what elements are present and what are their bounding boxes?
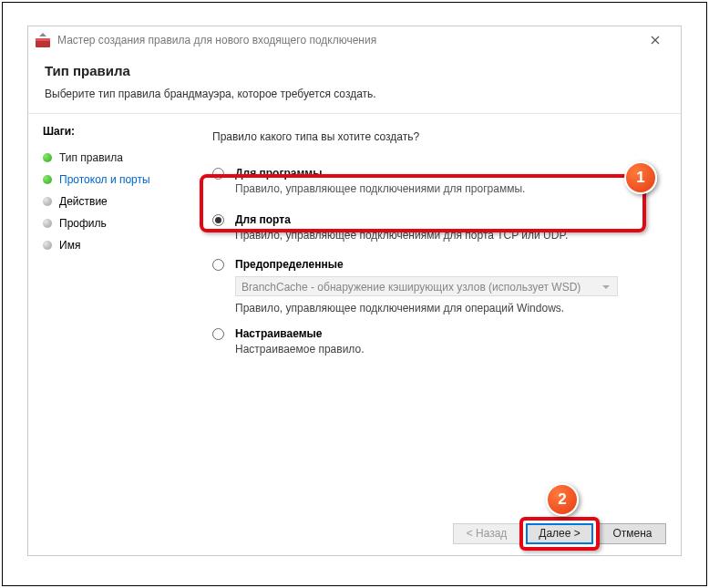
option-label: Для программы [235,167,661,180]
bullet-icon [43,197,52,206]
radio-predefined[interactable] [212,259,224,271]
firewall-icon [36,33,50,47]
option-label: Настраиваемые [235,327,661,340]
option-desc: Правило, управляющее подключениями для п… [235,182,661,195]
cancel-button[interactable]: Отмена [599,523,666,544]
window-title: Мастер создания правила для нового входя… [57,34,637,46]
bullet-icon [43,153,52,162]
step-label: Профиль [59,217,107,230]
back-button: < Назад [453,523,520,544]
option-port[interactable]: Для порта Правило, управляющее подключен… [212,204,661,254]
titlebar: Мастер создания правила для нового входя… [28,26,681,54]
step-protocol-ports[interactable]: Протокол и порты [43,169,178,191]
step-rule-type[interactable]: Тип правила [43,147,178,169]
step-label: Действие [59,195,108,208]
steps-heading: Шаги: [43,125,178,138]
footer: < Назад Далее > 2 Отмена [28,511,681,555]
radio-custom[interactable] [212,328,224,340]
step-label: Тип правила [59,151,123,164]
step-label[interactable]: Протокол и порты [59,173,150,186]
page-subtitle: Выберите тип правила брандмауэра, которо… [45,88,664,100]
close-icon [651,36,660,45]
svg-rect-1 [36,38,50,41]
option-predefined[interactable]: Предопределенные BranchCache - обнаружен… [212,254,661,324]
step-action[interactable]: Действие [43,191,178,212]
option-desc: Правило, управляющее подключениями для о… [235,302,661,315]
bullet-icon [43,175,52,184]
radio-program[interactable] [212,168,224,180]
predefined-dropdown: BranchCache - обнаружение кэширующих узл… [235,276,618,296]
bullet-icon [43,241,52,250]
content-area: Правило какого типа вы хотите создать? Д… [192,114,681,532]
radio-port[interactable] [212,214,224,226]
option-custom[interactable]: Настраиваемые Настраиваемое правило. [212,324,661,365]
step-profile[interactable]: Профиль [43,212,178,234]
step-label: Имя [59,239,80,252]
option-desc: Правило, управляющее подключениями для п… [235,229,661,242]
option-label: Для порта [235,213,661,226]
option-label: Предопределенные [235,258,661,271]
prompt-text: Правило какого типа вы хотите создать? [212,130,661,143]
option-desc: Настраиваемое правило. [235,343,661,356]
next-button[interactable]: Далее > [526,523,593,544]
steps-sidebar: Шаги: Тип правила Протокол и порты Дейст… [28,114,192,532]
close-button[interactable] [637,27,673,53]
annotation-badge-2: 2 [546,483,579,516]
step-name[interactable]: Имя [43,234,178,256]
wizard-window: Мастер создания правила для нового входя… [27,26,682,556]
bullet-icon [43,219,52,228]
page-title: Тип правила [45,63,664,78]
header: Тип правила Выберите тип правила брандма… [28,54,681,113]
option-program[interactable]: Для программы Правило, управляющее подкл… [212,163,661,204]
